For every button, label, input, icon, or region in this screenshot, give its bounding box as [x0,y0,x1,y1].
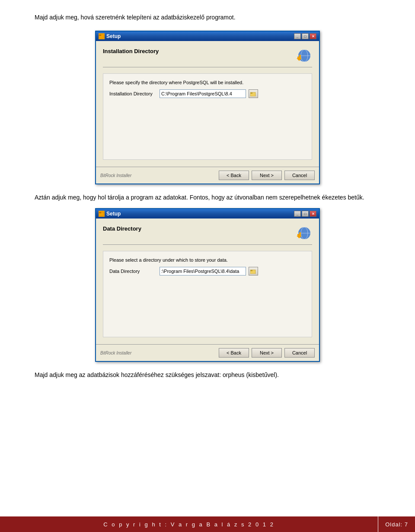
dialog2-section-title: Data Directory [103,225,141,232]
install-icon [295,48,312,63]
installation-directory-dialog: Setup _ □ ✕ Installation Directory [95,31,320,184]
dialog1-section-title: Installation Directory [103,48,159,54]
svg-marker-14 [297,232,301,236]
dialog1-instruction: Please specify the directory where Postg… [109,80,306,85]
dialog1-next-button[interactable]: Next > [252,171,282,180]
dialog2-titlebar-buttons: _ □ ✕ [294,211,316,217]
dialog1-titlebar: Setup _ □ ✕ [96,32,319,41]
dialog1-content-area: Please specify the directory where Postg… [103,73,312,160]
bottom-text: Majd adjuk meg az adatbázisok hozzáférés… [35,370,380,380]
dialog1-section-header: Installation Directory [103,48,312,67]
svg-rect-17 [250,270,252,271]
svg-rect-10 [99,212,101,213]
dialog2-back-button[interactable]: < Back [219,348,249,358]
dialog1-title-label: Setup [106,33,121,39]
dialog2-directory-input[interactable] [160,267,246,276]
dialog2-field-row: Data Directory [109,267,306,276]
intro-text: Majd adjuk meg, hová szeretnénk telepíte… [35,13,380,22]
dialog1-close-btn[interactable]: ✕ [310,33,316,39]
dialog1-footer: BitRock Installer < Back Next > Cancel [96,167,319,184]
dialog2-content-area: Please select a directory under which to… [103,251,312,337]
dialog2-minimize-btn[interactable]: _ [294,211,301,217]
page-content: Majd adjuk meg, hová szeretnénk telepíte… [0,0,415,444]
dialog1-browse-button[interactable] [249,89,258,98]
dialog2-titlebar: Setup _ □ ✕ [96,209,319,218]
data-directory-dialog: Setup _ □ ✕ Data Directory [95,208,320,362]
svg-rect-8 [250,92,252,94]
dialog2-next-button[interactable]: Next > [252,348,282,358]
dialog1-titlebar-buttons: _ □ ✕ [294,33,316,39]
dialog1-back-button[interactable]: < Back [219,171,249,180]
dialog2-instruction: Please select a directory under which to… [109,257,306,263]
dialog2-close-btn[interactable]: ✕ [310,211,316,217]
between-text: Aztán adjuk meg, hogy hol tárolja a prog… [35,193,380,202]
dialog1-restore-btn[interactable]: □ [302,33,309,39]
dialog2-browse-button[interactable] [249,267,258,276]
bottom-spacer [35,388,380,410]
setup-icon [99,33,105,39]
setup-icon2 [99,211,105,217]
footer-page: Oldal: 7 [378,516,415,532]
dialog1-field-label: Installation Directory [109,91,157,96]
footer-copyright: C o p y r i g h t : V a r g a B a l á z … [0,521,378,528]
dialog1-title-left: Setup [99,33,121,39]
dialog2-cancel-button[interactable]: Cancel [284,348,315,358]
svg-marker-5 [297,55,301,58]
dialog2-footer: BitRock Installer < Back Next > Cancel [96,344,319,361]
install-icon2 [295,225,312,241]
svg-rect-1 [99,35,101,36]
dialog2-field-label: Data Directory [109,269,157,274]
dialog2-title-left: Setup [99,211,121,217]
dialog2-restore-btn[interactable]: □ [302,211,309,217]
dialog2-title-label: Setup [106,211,121,217]
dialog1-brand: BitRock Installer [100,173,216,178]
dialog1-cancel-button[interactable]: Cancel [284,171,315,180]
dialog1-directory-input[interactable] [160,89,246,98]
dialog1-minimize-btn[interactable]: _ [294,33,301,39]
dialog1-field-row: Installation Directory [109,89,306,98]
dialog2-brand: BitRock Installer [100,351,216,355]
dialog2-section-header: Data Directory [103,225,312,245]
dialog1-body: Installation Directory Please specify th… [96,41,319,167]
dialog2-body: Data Directory Please select a directory… [96,218,319,344]
footer-bar: C o p y r i g h t : V a r g a B a l á z … [0,516,415,532]
